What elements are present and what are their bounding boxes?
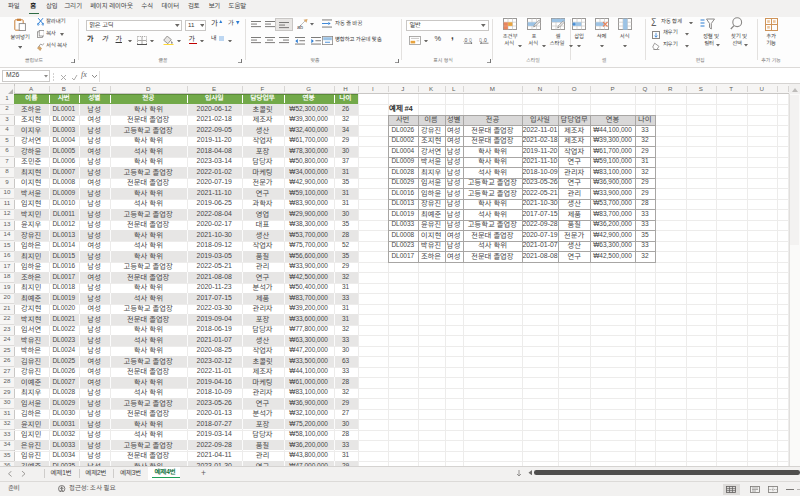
svg-text:.0: .0 bbox=[463, 37, 467, 43]
svg-text:0: 0 bbox=[469, 37, 472, 43]
svg-text:.0: .0 bbox=[483, 37, 487, 43]
svg-text:ab: ab bbox=[297, 24, 303, 30]
